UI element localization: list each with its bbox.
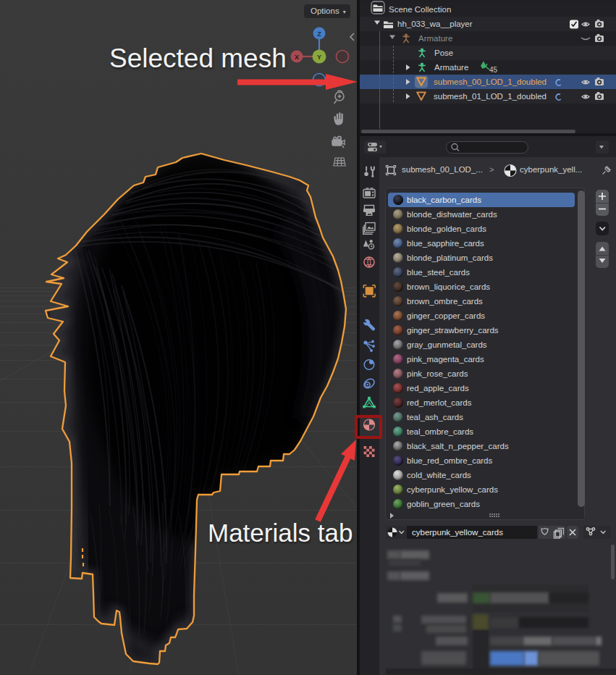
svg-text:Y: Y — [317, 54, 321, 61]
svg-text:Z: Z — [317, 30, 321, 38]
svg-text:X: X — [295, 54, 299, 61]
